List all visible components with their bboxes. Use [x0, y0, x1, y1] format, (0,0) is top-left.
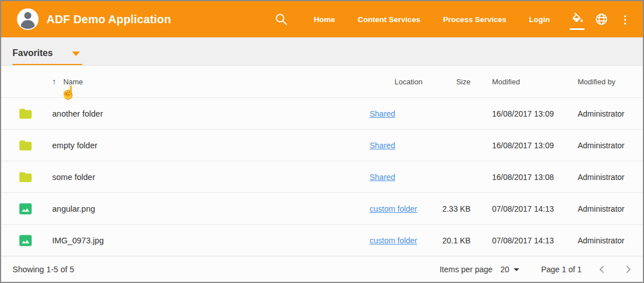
file-type-icon-cell: [1, 233, 52, 248]
nav-item-process-services[interactable]: Process Services: [443, 10, 506, 29]
modified-by: Administrator: [578, 204, 643, 213]
image-file-icon: [18, 201, 33, 216]
location-link[interactable]: Shared: [370, 141, 395, 150]
file-name[interactable]: IMG_0973.jpg: [52, 236, 370, 245]
table-row[interactable]: another folder Shared 16/08/2017 13:09 A…: [1, 97, 643, 129]
tab-bar: Favorites ☝: [1, 37, 643, 66]
location-cell: Shared: [370, 141, 442, 150]
location-link[interactable]: Shared: [370, 109, 395, 118]
column-header-modified-by[interactable]: Modified by: [578, 78, 643, 86]
location-cell: custom folder: [370, 204, 442, 213]
tab-favorites[interactable]: Favorites: [12, 48, 82, 65]
modified-date: 16/08/2017 13:08: [492, 173, 578, 182]
items-per-page-value: 20: [501, 265, 510, 274]
folder-icon: [18, 106, 33, 121]
table-row[interactable]: angular.png custom folder 2.33 KB 07/08/…: [1, 192, 643, 224]
page-indicator: Page 1 of 1: [541, 265, 582, 274]
file-name[interactable]: some folder: [52, 173, 370, 182]
caret-down-icon: [514, 268, 519, 271]
file-type-icon-cell: [1, 138, 52, 153]
items-per-page-select[interactable]: 20: [501, 265, 520, 274]
file-name[interactable]: another folder: [52, 109, 370, 118]
modified-by: Administrator: [578, 109, 643, 118]
nav-item-login[interactable]: Login: [529, 10, 550, 29]
column-header-name[interactable]: ↑ Name: [52, 77, 370, 86]
sort-ascending-icon[interactable]: ↑: [52, 77, 56, 86]
previous-page-button[interactable]: [596, 264, 608, 275]
pagination-bar: Showing 1-5 of 5 Items per page 20 Page …: [1, 256, 643, 282]
nav-item-content-services[interactable]: Content Services: [358, 10, 420, 29]
table-header-row: ↑ Name Location Size Modified Modified b…: [1, 66, 643, 97]
document-list: ↑ Name Location Size Modified Modified b…: [1, 66, 643, 256]
mouse-hand-cursor: ☝: [60, 85, 77, 100]
location-cell: Shared: [370, 109, 442, 118]
location-link[interactable]: custom folder: [370, 204, 417, 213]
overflow-menu-icon[interactable]: ⋮: [618, 12, 633, 27]
user-avatar[interactable]: [17, 8, 39, 30]
language-globe-icon[interactable]: [594, 12, 609, 27]
main-nav: Home Content Services Process Services L…: [303, 10, 561, 29]
table-row[interactable]: IMG_0973.jpg custom folder 20.1 KB 07/08…: [1, 224, 643, 256]
person-icon: [17, 8, 39, 30]
modified-by: Administrator: [578, 173, 643, 182]
modified-date: 16/08/2017 13:09: [492, 141, 578, 150]
table-row[interactable]: some folder Shared 16/08/2017 13:08 Admi…: [1, 161, 643, 192]
next-page-button[interactable]: [622, 264, 634, 275]
file-name[interactable]: empty folder: [52, 141, 370, 150]
app-window: ADF Demo Application Home Content Servic…: [0, 0, 644, 283]
file-name[interactable]: angular.png: [52, 204, 370, 213]
items-per-page-label: Items per page: [439, 265, 492, 274]
location-cell: Shared: [370, 173, 442, 182]
file-type-icon-cell: [1, 106, 52, 121]
image-file-icon: [18, 233, 33, 248]
column-header-modified[interactable]: Modified: [492, 78, 578, 86]
file-type-icon-cell: [1, 201, 52, 216]
folder-icon: [18, 170, 33, 185]
file-size: 20.1 KB: [442, 236, 492, 245]
folder-icon: [18, 138, 33, 153]
file-size: 2.33 KB: [442, 204, 492, 213]
showing-range-label: Showing 1-5 of 5: [12, 265, 74, 274]
search-icon[interactable]: [274, 12, 288, 26]
column-header-size[interactable]: Size: [442, 78, 492, 86]
tab-favorites-label: Favorites: [12, 48, 53, 58]
location-link[interactable]: custom folder: [370, 236, 417, 245]
app-title: ADF Demo Application: [46, 13, 171, 26]
modified-date: 16/08/2017 13:09: [492, 109, 578, 118]
theme-color-fill-icon[interactable]: [570, 12, 585, 27]
file-type-icon-cell: [1, 170, 52, 185]
table-body: another folder Shared 16/08/2017 13:09 A…: [1, 97, 643, 256]
modified-by: Administrator: [578, 141, 643, 150]
color-indicator-bar: [570, 28, 584, 30]
modified-by: Administrator: [578, 236, 643, 245]
table-row[interactable]: empty folder Shared 16/08/2017 13:09 Adm…: [1, 129, 643, 161]
app-header: ADF Demo Application Home Content Servic…: [1, 1, 643, 37]
location-link[interactable]: Shared: [370, 173, 395, 182]
chevron-down-icon[interactable]: [72, 52, 80, 56]
modified-date: 07/08/2017 14:13: [492, 204, 578, 213]
modified-date: 07/08/2017 14:13: [492, 236, 578, 245]
column-header-location[interactable]: Location: [370, 78, 442, 86]
location-cell: custom folder: [370, 236, 442, 245]
nav-item-home[interactable]: Home: [314, 10, 336, 29]
